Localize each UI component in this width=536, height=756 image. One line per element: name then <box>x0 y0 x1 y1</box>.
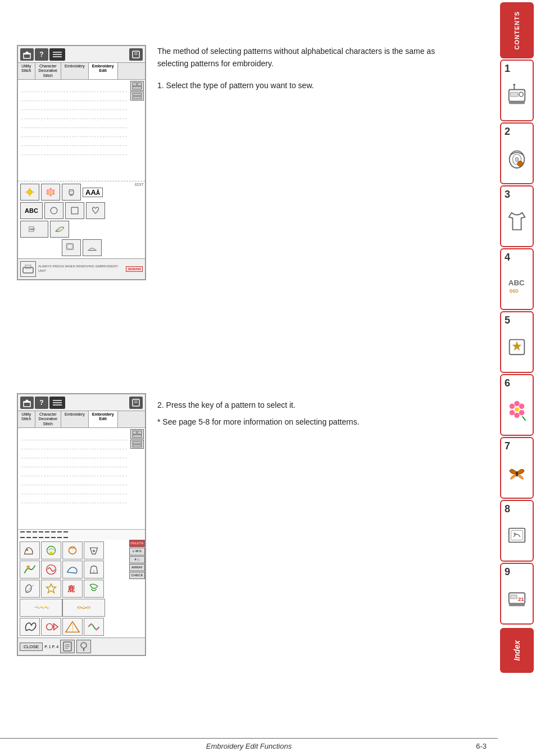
emb-pattern-section: DELETE L·M·S 4↑↓ ARRAY CHECK <box>18 540 145 637</box>
array-btn[interactable]: ARRAY <box>129 564 145 571</box>
square-btn[interactable] <box>65 202 84 219</box>
alphabet-icon: ABC 660 <box>505 264 529 303</box>
row-mark-6 <box>51 531 56 538</box>
emb-pattern-7[interactable] <box>62 561 83 579</box>
svg-point-9 <box>517 161 523 167</box>
size-btn[interactable]: 4↑↓ <box>129 556 145 563</box>
tab-number-1: 1 <box>505 63 510 75</box>
circle-btn[interactable] <box>44 202 63 219</box>
check-btn[interactable]: CHECK <box>129 572 145 579</box>
utility-stitch-tab-2[interactable]: UtilityStitch <box>18 411 35 427</box>
heart-btn[interactable] <box>86 202 105 219</box>
row-mark-5 <box>45 531 49 538</box>
sidebar-tab-9[interactable]: 9 21 <box>500 563 534 625</box>
screen-bottom-bar: CLOSE P. 1 P. 4 <box>18 637 145 655</box>
settings-icon <box>49 48 65 61</box>
emb-pattern-3[interactable] <box>62 541 83 559</box>
screen-right-controls <box>129 80 145 102</box>
sun-pattern-btn[interactable] <box>20 184 39 201</box>
machine-icon <box>505 75 529 115</box>
svg-point-51 <box>47 189 49 192</box>
pattern-row-2: ABC <box>20 202 143 219</box>
embroidery-tab-2[interactable]: Embroidery <box>61 411 89 427</box>
sidebar-tab-8[interactable]: 8 <box>500 500 534 562</box>
step1-text: 1. Select the type of pattern you want t… <box>157 79 461 92</box>
view-btn-4[interactable] <box>130 440 144 449</box>
emb-pattern-9[interactable] <box>20 580 40 598</box>
edit-label: EDIT <box>135 183 144 186</box>
view-btn-3[interactable] <box>130 429 144 439</box>
tab-index[interactable]: Index <box>500 628 534 673</box>
svg-text:ABC: ABC <box>29 229 35 231</box>
character-decorative-tab[interactable]: CharacterDecorativeStitch <box>35 63 61 79</box>
svg-point-57 <box>51 207 57 214</box>
row-mark-4 <box>39 531 43 538</box>
emb-pattern-4[interactable] <box>84 541 104 559</box>
aa-text-btn[interactable]: AAÂ <box>83 188 103 197</box>
svg-point-48 <box>49 191 52 194</box>
delete-btn[interactable]: DELETE <box>129 540 145 547</box>
emb-pattern-14[interactable] <box>62 599 105 617</box>
emb-pattern-6[interactable] <box>41 561 61 579</box>
svg-rect-55 <box>70 194 73 196</box>
lms-btn[interactable]: L·M·S <box>129 548 145 555</box>
emb-pattern-10[interactable] <box>41 580 61 598</box>
sidebar-tab-5[interactable]: 5 <box>500 311 534 373</box>
emb-pattern-12[interactable] <box>84 580 104 598</box>
svg-point-22 <box>516 471 518 477</box>
sidebar-tab-3[interactable]: 3 <box>500 185 534 247</box>
emb-pattern-15[interactable] <box>20 618 40 636</box>
view-btn-1[interactable] <box>130 81 144 91</box>
emb-pattern-13[interactable] <box>20 599 62 617</box>
svg-point-54 <box>52 192 55 195</box>
pattern-row-4 <box>20 239 143 256</box>
emb-pattern-1[interactable] <box>20 541 40 559</box>
svg-point-83 <box>69 547 76 554</box>
emb-pattern-17[interactable] <box>62 618 83 636</box>
sidebar-tab-2[interactable]: 2 <box>500 122 534 184</box>
close-button[interactable]: CLOSE <box>20 643 43 651</box>
svg-point-17 <box>514 413 520 418</box>
intro-text: The method of selecting patterns without… <box>157 45 461 70</box>
svg-text:21: 21 <box>518 596 524 602</box>
leaf-pattern-btn[interactable] <box>50 221 69 238</box>
hat-btn[interactable] <box>83 239 102 256</box>
svg-rect-76 <box>138 431 142 434</box>
abc-btn[interactable]: ABC <box>20 202 43 219</box>
utility-stitch-tab[interactable]: UtilityStitch <box>18 63 35 79</box>
frame-abc-btn[interactable]: ABC <box>20 221 48 238</box>
emb-pattern-16[interactable] <box>41 618 61 636</box>
sidebar-tab-4[interactable]: 4 ABC 660 <box>500 248 534 310</box>
emb-pattern-18[interactable] <box>84 618 104 636</box>
svg-rect-39 <box>138 83 142 86</box>
tab-contents[interactable]: CONTENTS <box>500 2 534 58</box>
sidebar-tab-1[interactable]: 1 <box>500 60 534 121</box>
vase-pattern-btn[interactable] <box>62 184 81 201</box>
svg-point-99 <box>96 629 98 631</box>
set-button[interactable] <box>76 640 91 653</box>
flower-pattern-btn[interactable] <box>41 184 60 201</box>
screen-right-controls-2 <box>129 428 145 450</box>
emb-pattern-11[interactable]: 鹿 <box>62 580 83 598</box>
view-btn-2[interactable] <box>130 92 144 101</box>
emb-pattern-8[interactable] <box>84 561 104 579</box>
stitch-rows-2 <box>20 430 128 507</box>
embroidery-unit-icon <box>20 261 36 277</box>
svg-point-20 <box>510 410 515 416</box>
emb-pattern-5[interactable] <box>20 561 40 579</box>
sidebar-tab-6[interactable]: 6 <box>500 374 534 436</box>
emb-pattern-2[interactable] <box>41 541 61 559</box>
tab-number-7: 7 <box>505 440 510 452</box>
nav-button[interactable] <box>60 640 75 653</box>
embroidery-edit-tab[interactable]: EmbroideryEdit <box>89 63 118 79</box>
character-decorative-tab-2[interactable]: CharacterDecorativeStitch <box>35 411 61 427</box>
embroidery-tab[interactable]: Embroidery <box>61 63 89 79</box>
sidebar-tab-7[interactable]: 7 <box>500 437 534 499</box>
frame2-btn[interactable] <box>62 239 81 256</box>
embroidery-edit-tab-2[interactable]: EmbroideryEdit <box>89 411 118 427</box>
page-number: 6-3 <box>476 742 487 750</box>
screen-body-bottom <box>18 428 145 529</box>
pattern-row-1: AAÂ <box>20 184 143 201</box>
svg-point-49 <box>49 188 52 191</box>
screen-mockup-bottom: ? UtilityStitch CharacterDecorativeStitc… <box>17 393 146 656</box>
